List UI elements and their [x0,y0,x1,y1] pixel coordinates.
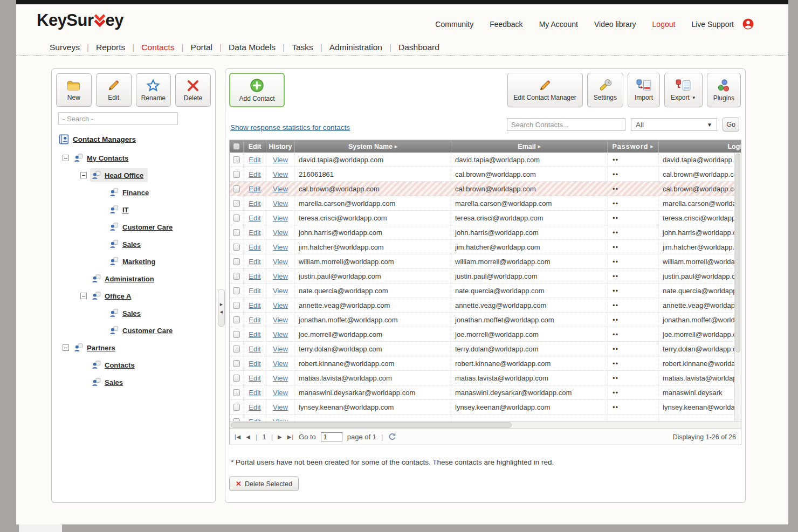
tree-item-customer-care[interactable]: Customer Care [122,223,173,231]
edit-link[interactable]: Edit [249,301,260,309]
sort-arrow-icon[interactable]: ▸ [538,143,541,149]
row-checkbox[interactable] [233,215,240,222]
row-checkbox[interactable] [233,171,240,178]
tab-contacts[interactable]: Contacts [134,43,181,52]
row-checkbox[interactable] [233,258,240,265]
rename-button[interactable]: Rename [136,73,171,107]
edit-link[interactable]: Edit [249,272,260,280]
new-button[interactable]: New [56,73,92,107]
vertical-scrollbar[interactable] [734,153,741,421]
header-link-feedback[interactable]: Feedback [490,20,522,29]
tree-item-customer-care[interactable]: Customer Care [122,327,173,335]
tab-portal[interactable]: Portal [184,43,220,52]
view-history-link[interactable]: View [273,403,288,411]
tree-item-sales[interactable]: Sales [122,240,141,248]
tree-search-input[interactable] [58,112,178,125]
search-contacts-input[interactable] [507,118,625,131]
edit-contact-manager-button[interactable]: Edit Contact Manager [507,73,583,107]
view-history-link[interactable]: View [273,258,288,266]
tree-root-contact-managers[interactable]: Contact Managers [73,135,136,143]
vertical-scrollbar-thumb[interactable] [735,154,740,353]
view-history-link[interactable]: View [273,287,288,295]
edit-link[interactable]: Edit [249,243,260,251]
first-page-button[interactable]: |◀ [235,434,241,440]
row-checkbox[interactable] [233,200,240,207]
next-page-button[interactable]: ▶ [278,434,283,440]
edit-link[interactable]: Edit [249,258,260,266]
view-history-link[interactable]: View [273,272,288,280]
tree-expander-minus[interactable] [80,293,87,299]
tab-tasks[interactable]: Tasks [285,43,320,52]
view-history-link[interactable]: View [273,214,288,222]
add-contact-button[interactable]: Add Contact [229,73,285,107]
row-checkbox[interactable] [233,302,240,309]
settings-button[interactable]: Settings [587,73,623,107]
view-history-link[interactable]: View [273,316,288,324]
tree-item-contacts[interactable]: Contacts [105,361,135,369]
edit-link[interactable]: Edit [249,170,260,178]
view-history-link[interactable]: View [273,330,288,338]
horizontal-scrollbar-thumb[interactable] [231,422,512,428]
view-history-link[interactable]: View [273,229,288,237]
row-checkbox[interactable] [233,331,240,338]
row-checkbox[interactable] [233,229,240,236]
view-history-link[interactable]: View [273,374,288,382]
view-history-link[interactable]: View [273,199,288,208]
row-checkbox[interactable] [233,244,240,251]
delete-button[interactable]: Delete [175,73,211,107]
tree-item-marketing[interactable]: Marketing [122,258,155,266]
tree-item-head-office[interactable]: Head Office [105,171,143,179]
tree-item-my-contacts[interactable]: My Contacts [87,154,128,162]
view-history-link[interactable]: View [273,170,288,178]
header-link-live-support[interactable]: Live Support [691,20,734,29]
response-statistics-link[interactable]: Show response statistics for contacts [230,123,350,132]
tree-expander-minus[interactable] [63,344,69,351]
view-history-link[interactable]: View [273,389,288,397]
tree-item-it[interactable]: IT [122,206,129,214]
row-checkbox[interactable] [233,273,240,280]
import-button[interactable]: Import [628,73,660,107]
previous-page-button[interactable]: ◀ [246,434,251,440]
tree-item-office-a[interactable]: Office A [105,292,131,300]
tab-reports[interactable]: Reports [89,43,132,52]
row-checkbox[interactable] [233,316,240,323]
edit-button[interactable]: Edit [96,73,132,107]
edit-link[interactable]: Edit [249,316,260,324]
tree-item-sales[interactable]: Sales [105,378,123,386]
tree-item-administration[interactable]: Administration [105,275,154,283]
header-link-logout[interactable]: Logout [652,20,676,29]
edit-link[interactable]: Edit [249,360,260,368]
sort-arrow-icon[interactable]: ▸ [395,143,397,149]
edit-link[interactable]: Edit [249,374,260,382]
edit-link[interactable]: Edit [249,287,260,295]
header-link-my-account[interactable]: My Account [539,20,578,29]
edit-link[interactable]: Edit [249,229,260,237]
row-checkbox[interactable] [233,360,240,367]
edit-link[interactable]: Edit [249,389,260,397]
last-page-button[interactable]: ▶| [287,434,294,440]
edit-link[interactable]: Edit [249,156,260,164]
horizontal-scrollbar[interactable] [230,421,741,429]
row-checkbox[interactable] [233,389,240,396]
row-checkbox[interactable] [233,375,240,382]
edit-link[interactable]: Edit [249,185,260,193]
view-history-link[interactable]: View [273,156,288,164]
sidebar-collapse-handle[interactable]: ▶◀ [218,289,225,327]
header-link-community[interactable]: Community [435,20,473,29]
tree-item-sales[interactable]: Sales [122,309,141,317]
export-button[interactable]: Export▼ [664,73,703,107]
view-history-link[interactable]: View [273,360,288,368]
go-button[interactable]: Go [723,118,739,132]
row-checkbox[interactable] [233,156,240,163]
row-checkbox[interactable] [233,404,240,411]
edit-link[interactable]: Edit [249,199,260,208]
tab-surveys[interactable]: Surveys [50,43,87,52]
sort-arrow-icon[interactable]: ▸ [651,143,654,149]
tree-item-partners[interactable]: Partners [87,344,115,352]
view-history-link[interactable]: View [273,301,288,309]
view-history-link[interactable]: View [273,243,288,251]
user-icon[interactable] [742,18,754,30]
tree-expander-minus[interactable] [80,172,87,178]
edit-link[interactable]: Edit [249,403,260,411]
view-history-link[interactable]: View [273,185,288,193]
